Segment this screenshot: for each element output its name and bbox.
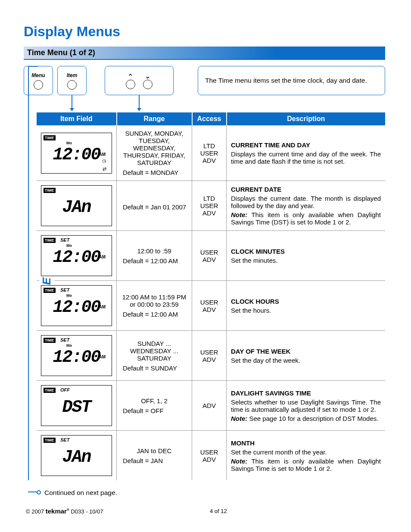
lcd-segment: JAn [41, 448, 112, 467]
lcd-display: TIMESETMo12:00AM [41, 285, 112, 326]
lcd-badge: TIME [44, 238, 56, 243]
range-text: SUNDAY ... WEDNESDAY ... SATURDAY [121, 340, 187, 362]
desc-body: Set the minutes. [231, 257, 381, 264]
cell-item-field: TIMEMo12:00AM◷⇄ [37, 125, 117, 181]
lcd-day: Mo [66, 293, 72, 298]
item-button-box: Item [57, 66, 87, 95]
menu-table: Item Field Range Access Description TIME… [37, 112, 385, 480]
table-row: TIMEJAnDefault = Jan 01 2007LTDUSERADVCU… [37, 181, 385, 231]
menu-button-icon [34, 80, 43, 90]
lcd-day: Mo [66, 141, 72, 145]
lcd-tag: SET [60, 237, 69, 243]
desc-note: Note: See page 10 for a description of D… [231, 415, 381, 422]
cell-item-field: TIMESETJAn [37, 431, 117, 481]
footer-brand: tekmar® [46, 507, 69, 515]
range-default: Default = Jan 01 2007 [121, 203, 187, 211]
section-title: Time Menu (1 of 2) [24, 47, 385, 60]
access-level: LTD [196, 195, 222, 202]
access-level: ADV [196, 456, 222, 463]
up-button-icon [126, 80, 135, 89]
table-row: TIMESETMo12:00AM12:00 to :59Default = 12… [37, 231, 385, 281]
cell-access: USERADV [192, 231, 227, 281]
cell-item-field: TIMEOFFDST [37, 381, 117, 431]
desc-body: Set the hours. [231, 307, 381, 314]
lcd-segment: JAn [41, 198, 112, 217]
footer-page: 4 of 12 [210, 508, 227, 514]
access-level: USER [196, 348, 222, 356]
cell-description: MONTHSet the current month of the year.N… [227, 431, 386, 481]
th-description: Description [227, 112, 386, 125]
item-button-label: Item [67, 72, 78, 78]
desc-body: Displays the current date. The month is … [231, 195, 381, 209]
clock-icon: ◷ [102, 158, 106, 164]
cell-description: CURRENT TIME AND DAYDisplays the current… [227, 125, 386, 181]
lcd-badge: TIME [44, 388, 56, 393]
desc-body: Set the day of the week. [231, 357, 381, 364]
table-row: TIMESETJAnJAN to DECDefault = JANUSERADV… [37, 431, 385, 481]
lcd-display: TIMESETMo12:00AM [41, 235, 112, 276]
cell-range: OFF, 1, 2Default = OFF [117, 381, 192, 431]
desc-title: CLOCK MINUTES [231, 248, 381, 255]
lcd-badge: TIME [44, 438, 56, 443]
desc-title: CURRENT DATE [231, 186, 381, 193]
lcd-ampm: AM [99, 355, 106, 359]
range-default: Default = 12:00 AM [121, 311, 187, 318]
cell-item-field: TIMEJAn [37, 181, 117, 231]
cell-access: LTDUSERADV [192, 125, 227, 181]
cell-access: ADV [192, 381, 227, 431]
rail-end-dot [37, 490, 41, 495]
menu-button-label: Menu [31, 72, 45, 78]
lcd-tag: SET [60, 337, 69, 342]
cell-description: CURRENT DATEDisplays the current date. T… [227, 181, 386, 231]
range-text: 12:00 AM to 11:59 PM or 00:00 to 23:59 [121, 293, 187, 308]
access-level: ADV [196, 306, 222, 313]
range-default: Default = OFF [121, 407, 187, 414]
range-text: JAN to DEC [121, 447, 187, 454]
desc-body: Selects whether to use Daylight Savings … [231, 398, 381, 413]
access-level: ADV [196, 402, 222, 409]
access-level: LTD [196, 142, 222, 149]
th-range: Range [117, 112, 192, 125]
arrows-icon: ⇄ [103, 167, 106, 171]
up-down-button-box: ⌃ ⌄ [105, 66, 174, 95]
desc-title: DAYLIGHT SAVINGS TIME [231, 389, 381, 397]
access-level: ADV [196, 209, 222, 217]
access-level: ADV [196, 256, 222, 263]
table-row: TIMEOFFDSTOFF, 1, 2Default = OFFADVDAYLI… [37, 381, 385, 431]
table-row: TIMESETMo12:00AM12:00 AM to 11:59 PM or … [37, 281, 385, 331]
desc-title: CLOCK HOURS [231, 298, 381, 305]
lcd-day: Mo [66, 243, 72, 248]
down-button-icon [143, 80, 153, 89]
footer-copyright: © 2007 [26, 508, 46, 515]
lcd-display: TIMEJAn [41, 185, 112, 226]
lcd-badge: TIME [44, 135, 56, 140]
cell-access: USERADV [192, 331, 227, 381]
chevron-down-icon: ⌄ [145, 73, 150, 80]
cell-range: SUNDAY ... WEDNESDAY ... SATURDAYDefault… [117, 331, 192, 381]
lcd-badge: TIME [44, 338, 56, 343]
access-level: ADV [196, 157, 222, 164]
desc-title: MONTH [231, 439, 381, 447]
lcd-tag: SET [60, 287, 69, 292]
lcd-ampm: AM [99, 305, 106, 309]
cell-access: USERADV [192, 281, 227, 331]
arrow-down-icon [70, 95, 74, 111]
footer-doc: D033 - 10/07 [71, 508, 103, 515]
chevron-up-icon: ⌃ [128, 73, 133, 80]
cell-item-field: TIMESETMo12:00AM [37, 281, 117, 331]
continued-text: Continued on next page. [44, 489, 117, 497]
range-default: Default = 12:00 AM [121, 257, 187, 264]
lcd-badge: TIME [44, 288, 56, 293]
access-level: USER [196, 448, 222, 456]
page-title: Display Menus [24, 24, 385, 40]
lcd-display: TIMEMo12:00AM◷⇄ [41, 133, 112, 174]
th-access: Access [192, 112, 227, 125]
access-level: USER [196, 202, 222, 209]
table-row: TIMEMo12:00AM◷⇄SUNDAY, MONDAY, TUESDAY, … [37, 125, 385, 181]
desc-body: Displays the current time and day of the… [231, 150, 381, 165]
range-text: 12:00 to :59 [121, 247, 187, 255]
lcd-segment: DST [41, 398, 112, 417]
cell-range: 12:00 AM to 11:59 PM or 00:00 to 23:59De… [117, 281, 192, 331]
cell-range: 12:00 to :59Default = 12:00 AM [117, 231, 192, 281]
desc-body: Set the current month of the year. [231, 448, 381, 456]
